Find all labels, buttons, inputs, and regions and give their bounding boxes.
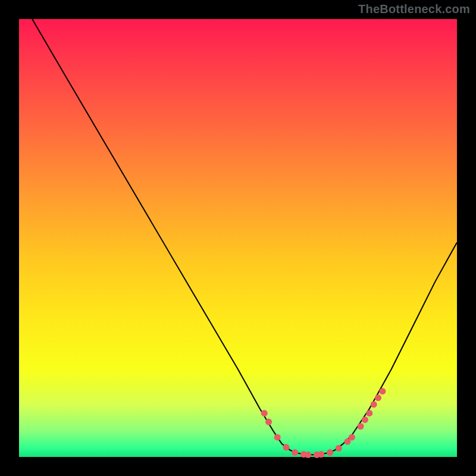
data-point <box>375 394 381 401</box>
data-point <box>362 416 368 423</box>
data-point <box>336 445 342 452</box>
data-point <box>379 388 386 394</box>
data-point <box>349 434 355 440</box>
chart-svg <box>19 19 457 457</box>
chart-frame: TheBottleneck.com <box>0 0 476 476</box>
watermark-text: TheBottleneck.com <box>358 2 470 16</box>
data-point <box>265 419 272 425</box>
data-point <box>318 451 324 458</box>
data-point <box>305 452 311 458</box>
data-point <box>366 410 372 416</box>
curve-dots <box>261 388 386 458</box>
data-point <box>358 423 364 430</box>
plot-area <box>19 19 457 457</box>
data-point <box>371 401 377 408</box>
data-point <box>261 410 268 416</box>
data-point <box>283 444 290 450</box>
curve-line <box>32 19 457 455</box>
data-point <box>292 449 298 456</box>
data-point <box>274 434 281 440</box>
data-point <box>327 449 333 456</box>
